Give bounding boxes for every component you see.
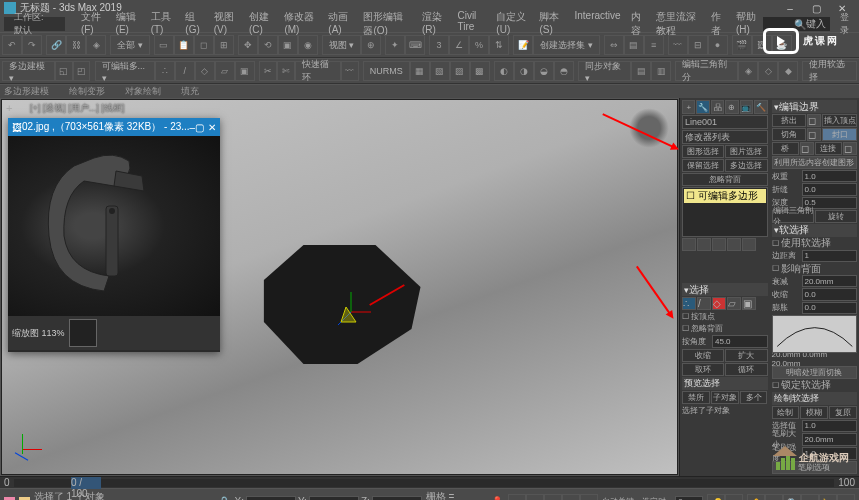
extrude-settings[interactable]: ◻ — [807, 114, 821, 127]
menu-create[interactable]: 创建(C) — [249, 10, 275, 38]
stack-btn[interactable] — [742, 238, 756, 251]
zoom-button[interactable]: 🔍 — [783, 494, 801, 501]
revert-button[interactable]: 复原 — [829, 406, 857, 419]
grow-button[interactable]: 扩大 — [725, 349, 767, 362]
move-button[interactable]: ✥ — [238, 35, 258, 55]
sel-filter[interactable]: 图形选择 — [682, 145, 724, 158]
crease-spinner[interactable]: 0.0 — [802, 183, 858, 195]
ref-coord[interactable]: 视图 ▾ — [322, 35, 362, 55]
menu-civil[interactable]: Civil Tire — [457, 10, 486, 38]
thumbnail[interactable] — [69, 319, 97, 347]
ribbon-tab[interactable]: 绘制变形 — [69, 85, 105, 98]
ribbon-tab[interactable]: 填充 — [181, 85, 199, 98]
ribbon-misc[interactable]: ▤ — [631, 61, 651, 81]
ribbon-tab[interactable]: 多边形建模 — [4, 85, 49, 98]
pinch-spinner[interactable]: 0.0 — [802, 288, 858, 300]
menu-file[interactable]: 文件(F) — [81, 10, 106, 38]
stack-btn[interactable] — [682, 238, 696, 251]
select-button[interactable]: ▭ — [154, 35, 174, 55]
percent-snap-button[interactable]: % — [469, 35, 489, 55]
rotate-button[interactable]: ⟲ — [258, 35, 278, 55]
chamfer-button[interactable]: 切角 — [772, 128, 807, 141]
material-editor-button[interactable]: ● — [708, 35, 728, 55]
extrude-button[interactable]: 挤出 — [772, 114, 807, 127]
maximize-vp-button[interactable]: ⊞ — [837, 494, 855, 501]
current-frame[interactable]: 0 — [675, 496, 703, 501]
poly-mode[interactable]: ▱ — [215, 61, 235, 81]
keyfilter-button[interactable]: ▼ — [725, 494, 743, 501]
ribbon-misc[interactable]: ▦ — [410, 61, 430, 81]
bridge-settings[interactable]: ◻ — [800, 142, 814, 155]
angle-snap-button[interactable]: ∠ — [449, 35, 469, 55]
edit-border-rollout[interactable]: ▾ 编辑边界 — [772, 100, 858, 113]
maximize-button[interactable]: ▢ — [803, 0, 829, 16]
z-coord[interactable] — [372, 496, 422, 500]
stack-btn[interactable] — [697, 238, 711, 251]
play-button[interactable]: ▶ — [544, 494, 562, 501]
connect-button[interactable]: 连接 — [815, 142, 842, 155]
poly-type[interactable]: 可编辑多... ▾ — [95, 61, 155, 81]
display-tab[interactable]: 📺 — [740, 100, 753, 114]
use-softsel-check[interactable]: ☐ 使用软选择 — [772, 238, 858, 249]
paint-button[interactable]: 绘制 — [772, 406, 800, 419]
motion-tab[interactable]: ⊕ — [725, 100, 738, 114]
bind-button[interactable]: ◈ — [86, 35, 106, 55]
menu-modifiers[interactable]: 修改器(M) — [284, 10, 318, 38]
curve-editor-button[interactable]: 〰 — [668, 35, 688, 55]
softsel-rollout[interactable]: ▾ 软选择 — [772, 224, 858, 237]
rect-select-button[interactable]: ◻ — [194, 35, 214, 55]
reference-image-window[interactable]: 🖼02.jpg ,（703×561像素 32KB） - 23...–▢✕ 缩放图… — [8, 118, 220, 352]
render-setup-button[interactable]: 🎬 — [732, 35, 752, 55]
border-so[interactable]: ◇ — [712, 297, 726, 310]
edge-mode[interactable]: / — [175, 61, 195, 81]
stack-btn[interactable] — [727, 238, 741, 251]
connect-settings[interactable]: ◻ — [843, 142, 857, 155]
autokey-button[interactable]: 自动关键点 — [602, 496, 638, 501]
named-sel-dropdown[interactable]: 创建选择集 ▾ — [533, 35, 600, 55]
selected-obj-label[interactable]: 选定对象 — [642, 496, 671, 501]
maxscript-icon[interactable] — [4, 497, 15, 501]
menu-edit[interactable]: 编辑(E) — [116, 10, 141, 38]
menu-group[interactable]: 组(G) — [185, 10, 203, 38]
shrink-button[interactable]: 收缩 — [682, 349, 724, 362]
ribbon-misc[interactable]: ▩ — [470, 61, 490, 81]
float-close-icon[interactable]: ✕ — [208, 122, 216, 133]
ribbon-tri[interactable]: 编辑三角剖分 — [675, 61, 738, 81]
ribbon-misc[interactable]: ▧ — [430, 61, 450, 81]
ribbon-misc[interactable]: ▨ — [450, 61, 470, 81]
menu-graph[interactable]: 图形编辑器(O) — [363, 10, 412, 38]
edge-dist-spinner[interactable]: 1 — [802, 250, 858, 262]
placement-button[interactable]: ◉ — [298, 35, 318, 55]
utilities-tab[interactable]: 🔨 — [754, 100, 767, 114]
menu-render[interactable]: 渲染(R) — [422, 10, 448, 38]
prev-frame-button[interactable]: ◀ — [526, 494, 544, 501]
stack-btn[interactable] — [712, 238, 726, 251]
chamfer-settings[interactable]: ◻ — [807, 128, 821, 141]
x-coord[interactable] — [246, 496, 296, 500]
redo-button[interactable]: ↷ — [22, 35, 42, 55]
ribbon-misc[interactable]: ◇ — [758, 61, 778, 81]
signin-link[interactable]: 登录 — [840, 11, 855, 37]
blur-button[interactable]: 模糊 — [800, 406, 828, 419]
quickslice-button[interactable]: ✂ — [259, 61, 277, 81]
viewport-label[interactable]: [+] [透视] [用户...] [线框] — [30, 102, 124, 115]
preview-off[interactable]: 禁所 — [682, 391, 710, 404]
menu-help[interactable]: 帮助(H) — [736, 10, 762, 38]
create-tab[interactable]: + — [682, 100, 695, 114]
modify-tab[interactable]: 🔧 — [696, 100, 709, 114]
modifier-stack[interactable]: ☐ 可编辑多边形 — [682, 187, 768, 237]
menu-tools[interactable]: 工具(T) — [151, 10, 176, 38]
listener-icon[interactable] — [19, 497, 30, 501]
insert-vertex-button[interactable]: 插入顶点 — [822, 114, 857, 127]
sel-filter[interactable]: 保留选择 — [682, 159, 724, 172]
hierarchy-tab[interactable]: 品 — [711, 100, 724, 114]
sel-filter[interactable]: 多边选择 — [725, 159, 767, 172]
select-manip-button[interactable]: ✦ — [385, 35, 405, 55]
elem-so[interactable]: ▣ — [742, 297, 756, 310]
ribbon-misc[interactable]: ◈ — [738, 61, 758, 81]
bubble-spinner[interactable]: 0.0 — [802, 302, 858, 314]
swiftloop-button[interactable]: 快速循环 — [295, 61, 341, 81]
nurms-toggle[interactable]: NURMS — [363, 61, 410, 81]
modeling-dropdown[interactable]: 多边建模 ▾ — [2, 61, 55, 81]
y-coord[interactable] — [309, 496, 359, 500]
